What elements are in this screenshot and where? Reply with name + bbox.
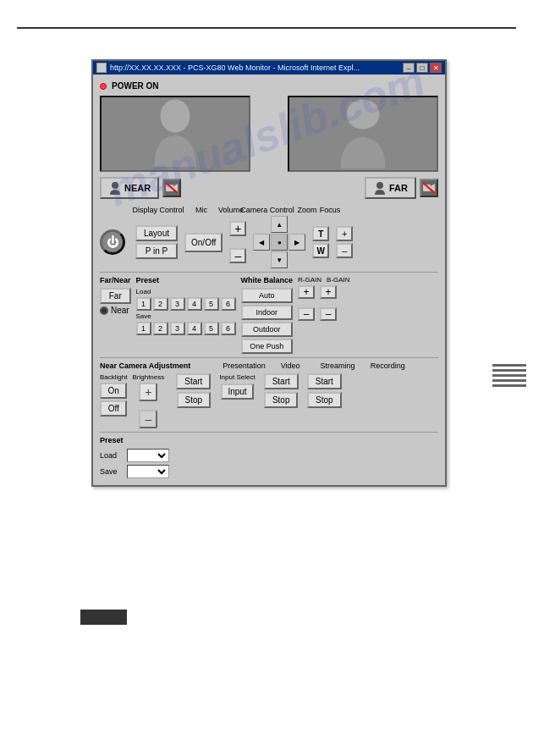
mic-onoff-button[interactable]: On/Off [184, 233, 223, 252]
load-num-4[interactable]: 4 [187, 297, 202, 311]
separator-2 [100, 357, 438, 358]
focus-header: Focus [320, 206, 341, 214]
near-camera-toggle[interactable] [162, 179, 181, 197]
zoom-w-button[interactable]: W [312, 243, 329, 258]
load-num-3[interactable]: 3 [170, 297, 185, 311]
dpad-left-button[interactable]: ◀ [253, 234, 270, 251]
indoor-button[interactable]: Indoor [241, 305, 294, 320]
load-num-1[interactable]: 1 [136, 297, 151, 311]
bottom-black-bar [80, 610, 127, 625]
title-bar-controls: – □ ✕ [403, 63, 442, 73]
far-select-button[interactable]: Far [100, 288, 131, 304]
near-button[interactable]: NEAR [100, 177, 159, 199]
focus-minus-button[interactable]: – [336, 243, 353, 258]
presentation-stop-button[interactable]: Stop [177, 392, 212, 408]
svg-line-2 [196, 150, 209, 163]
browser-title: http://XX.XX.XX.XXX - PCS-XG80 Web Monit… [110, 63, 360, 72]
minimize-button[interactable]: – [403, 63, 415, 73]
near-video-panel [100, 96, 250, 172]
volume-minus-button[interactable]: – [229, 248, 246, 263]
auto-button[interactable]: Auto [241, 288, 294, 303]
save-num-4[interactable]: 4 [187, 322, 202, 335]
volume-plus-button[interactable]: + [229, 221, 246, 236]
power-label: POWER ON [112, 81, 159, 91]
streaming-stop-button[interactable]: Stop [264, 392, 299, 408]
one-push-button[interactable]: One Push [241, 339, 294, 354]
rgain-label: R-GAIN [298, 276, 321, 284]
save-num-5[interactable]: 5 [204, 322, 219, 335]
save-num-2[interactable]: 2 [153, 322, 168, 335]
recording-stop-button[interactable]: Stop [307, 392, 342, 408]
far-camera-toggle[interactable] [420, 179, 438, 197]
bgain-minus-button[interactable]: – [320, 307, 337, 321]
bottom-preset-label: Preset [100, 436, 438, 444]
streaming-start-button[interactable]: Start [264, 373, 299, 389]
near-radio-row: Near [100, 306, 131, 315]
rgain-minus-button[interactable]: – [298, 307, 315, 321]
focus-plus-button[interactable]: + [336, 226, 353, 241]
recording-section: Start Stop [307, 373, 342, 408]
near-group: NEAR [100, 177, 181, 199]
zoom-section: T W [312, 226, 329, 258]
svg-line-5 [386, 152, 398, 165]
brightness-label: Brightness [132, 373, 164, 381]
svg-point-0 [160, 99, 190, 133]
save-num-6[interactable]: 6 [221, 322, 236, 335]
camera-control-header: Camera Control [240, 206, 294, 214]
layout-button[interactable]: Layout [135, 225, 178, 241]
svg-point-10 [376, 182, 383, 189]
zoom-t-button[interactable]: T [312, 226, 329, 241]
dpad-right-button[interactable]: ▶ [288, 234, 305, 251]
load-num-6[interactable]: 6 [221, 297, 236, 311]
brightness-section: Brightness + – [132, 373, 164, 428]
power-symbol: ⏻ [107, 235, 118, 249]
right-line-4 [492, 379, 526, 382]
outdoor-button[interactable]: Outdoor [241, 322, 294, 337]
rgain-plus-button[interactable]: + [298, 285, 315, 299]
save-num-3[interactable]: 3 [170, 322, 185, 335]
backlight-off-button[interactable]: Off [100, 400, 127, 417]
pinp-button[interactable]: P in P [135, 243, 178, 259]
volume-section: + – [229, 221, 246, 263]
streaming-col-label: Streaming [321, 361, 355, 372]
bgain-plus-button[interactable]: + [320, 285, 337, 299]
separator-3 [100, 432, 438, 433]
svg-line-1 [141, 150, 154, 163]
gain-section: R-GAIN B-GAIN + + – – [298, 276, 350, 321]
power-indicator [100, 83, 107, 90]
right-line-3 [492, 374, 526, 377]
zoom-w-label: W [317, 246, 325, 256]
save-num-1[interactable]: 1 [136, 322, 151, 335]
brightness-plus-button[interactable]: + [139, 383, 157, 401]
maximize-button[interactable]: □ [416, 63, 428, 73]
dpad-down-button[interactable]: ▼ [271, 251, 288, 268]
recording-col-label: Recording [371, 361, 405, 372]
dpad-center-button[interactable]: ● [271, 234, 288, 251]
gain-labels-row: R-GAIN B-GAIN [298, 276, 350, 284]
svg-point-6 [112, 182, 118, 189]
person-icon-far [373, 181, 387, 195]
near-radio-button[interactable] [100, 306, 108, 315]
backlight-on-button[interactable]: On [100, 383, 127, 399]
load-num-2[interactable]: 2 [153, 297, 168, 311]
far-group: FAR [365, 177, 438, 199]
input-button[interactable]: Input [221, 384, 253, 400]
svg-line-4 [328, 152, 340, 165]
close-button[interactable]: ✕ [430, 63, 442, 73]
save-select-dropdown[interactable] [127, 465, 169, 478]
presentation-start-button[interactable]: Start [176, 373, 211, 389]
brightness-minus-button[interactable]: – [139, 410, 157, 428]
far-button[interactable]: FAR [365, 177, 416, 199]
gain-minus-row: – – [298, 307, 350, 321]
power-button[interactable]: ⏻ [100, 229, 125, 255]
load-num-5[interactable]: 5 [204, 297, 219, 311]
person-icon-near [108, 181, 122, 195]
zoom-header: Zoom [297, 206, 316, 214]
far-near-wb-row: Far/Near Far Near Preset Load 1 2 3 4 5 … [100, 276, 438, 354]
dpad-up-button[interactable]: ▲ [271, 216, 288, 233]
separator-1 [100, 272, 438, 273]
recording-start-button[interactable]: Start [307, 373, 342, 389]
load-select-dropdown[interactable] [127, 449, 169, 462]
streaming-section: Start Stop [264, 373, 299, 408]
main-content: POWER ON [93, 74, 445, 485]
